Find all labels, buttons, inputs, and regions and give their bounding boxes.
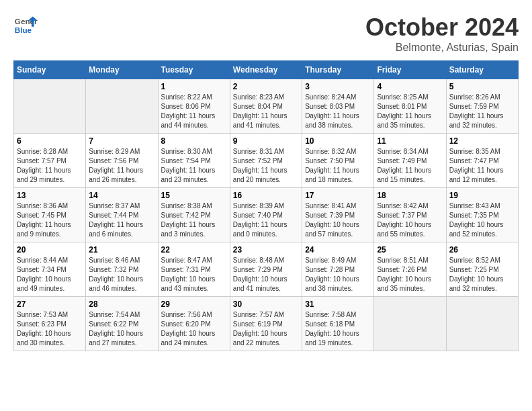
day-info: Sunrise: 8:31 AM Sunset: 7:52 PM Dayligh… [233, 147, 299, 185]
day-number: 16 [233, 191, 299, 200]
calendar-table: SundayMondayTuesdayWednesdayThursdayFrid… [13, 60, 519, 351]
calendar-cell: 23Sunrise: 8:48 AM Sunset: 7:29 PM Dayli… [230, 242, 302, 297]
day-number: 6 [17, 136, 83, 146]
day-info: Sunrise: 8:38 AM Sunset: 7:42 PM Dayligh… [161, 201, 227, 239]
day-number: 18 [377, 191, 443, 200]
day-number: 1 [161, 82, 227, 91]
day-number: 8 [161, 136, 227, 146]
calendar-cell: 17Sunrise: 8:41 AM Sunset: 7:39 PM Dayli… [302, 188, 374, 242]
calendar-cell: 8Sunrise: 8:30 AM Sunset: 7:54 PM Daylig… [158, 134, 230, 188]
day-info: Sunrise: 8:47 AM Sunset: 7:31 PM Dayligh… [161, 256, 227, 293]
day-number: 5 [449, 82, 515, 91]
day-info: Sunrise: 8:48 AM Sunset: 7:29 PM Dayligh… [233, 256, 299, 293]
calendar-cell: 26Sunrise: 8:52 AM Sunset: 7:25 PM Dayli… [446, 242, 518, 297]
calendar-cell: 21Sunrise: 8:46 AM Sunset: 7:32 PM Dayli… [86, 242, 158, 297]
calendar-cell: 28Sunrise: 7:54 AM Sunset: 6:22 PM Dayli… [86, 297, 158, 351]
day-number: 17 [305, 191, 371, 200]
day-info: Sunrise: 8:44 AM Sunset: 7:34 PM Dayligh… [17, 256, 83, 293]
calendar-cell: 18Sunrise: 8:42 AM Sunset: 7:37 PM Dayli… [374, 188, 446, 242]
day-info: Sunrise: 8:36 AM Sunset: 7:45 PM Dayligh… [17, 201, 83, 239]
svg-text:Blue: Blue [15, 26, 32, 34]
week-row-0: 1Sunrise: 8:22 AM Sunset: 8:06 PM Daylig… [14, 79, 519, 134]
day-number: 23 [233, 245, 299, 255]
day-number: 10 [305, 136, 371, 146]
day-info: Sunrise: 8:51 AM Sunset: 7:26 PM Dayligh… [377, 256, 443, 293]
calendar-cell: 25Sunrise: 8:51 AM Sunset: 7:26 PM Dayli… [374, 242, 446, 297]
day-info: Sunrise: 8:46 AM Sunset: 7:32 PM Dayligh… [89, 256, 154, 293]
week-row-4: 27Sunrise: 7:53 AM Sunset: 6:23 PM Dayli… [14, 297, 519, 351]
day-number: 12 [449, 136, 515, 146]
calendar-cell: 22Sunrise: 8:47 AM Sunset: 7:31 PM Dayli… [158, 242, 230, 297]
day-number: 31 [305, 300, 371, 309]
day-header-saturday: Saturday [446, 61, 518, 79]
day-info: Sunrise: 8:35 AM Sunset: 7:47 PM Dayligh… [449, 147, 515, 185]
day-number: 27 [17, 300, 83, 309]
day-info: Sunrise: 8:26 AM Sunset: 7:59 PM Dayligh… [449, 93, 515, 130]
calendar-cell: 14Sunrise: 8:37 AM Sunset: 7:44 PM Dayli… [86, 188, 158, 242]
day-info: Sunrise: 8:52 AM Sunset: 7:25 PM Dayligh… [449, 256, 515, 293]
calendar-cell [374, 297, 446, 351]
calendar-cell: 6Sunrise: 8:28 AM Sunset: 7:57 PM Daylig… [14, 134, 86, 188]
day-number: 7 [89, 136, 154, 146]
calendar-cell: 24Sunrise: 8:49 AM Sunset: 7:28 PM Dayli… [302, 242, 374, 297]
day-info: Sunrise: 8:23 AM Sunset: 8:04 PM Dayligh… [233, 93, 299, 130]
header-row: SundayMondayTuesdayWednesdayThursdayFrid… [14, 61, 519, 79]
calendar-cell: 4Sunrise: 8:25 AM Sunset: 8:01 PM Daylig… [374, 79, 446, 134]
day-number: 15 [161, 191, 227, 200]
day-number: 11 [377, 136, 443, 146]
day-number: 28 [89, 300, 154, 309]
day-header-thursday: Thursday [302, 61, 374, 79]
day-info: Sunrise: 8:34 AM Sunset: 7:49 PM Dayligh… [377, 147, 443, 185]
day-number: 2 [233, 82, 299, 91]
day-number: 26 [449, 245, 515, 255]
day-number: 20 [17, 245, 83, 255]
day-number: 4 [377, 82, 443, 91]
day-header-friday: Friday [374, 61, 446, 79]
calendar-cell: 31Sunrise: 7:58 AM Sunset: 6:18 PM Dayli… [302, 297, 374, 351]
day-number: 14 [89, 191, 154, 200]
day-info: Sunrise: 7:56 AM Sunset: 6:20 PM Dayligh… [161, 310, 227, 348]
day-number: 19 [449, 191, 515, 200]
day-info: Sunrise: 8:37 AM Sunset: 7:44 PM Dayligh… [89, 201, 154, 239]
day-info: Sunrise: 8:25 AM Sunset: 8:01 PM Dayligh… [377, 93, 443, 130]
day-info: Sunrise: 7:58 AM Sunset: 6:18 PM Dayligh… [305, 310, 371, 348]
calendar-cell: 9Sunrise: 8:31 AM Sunset: 7:52 PM Daylig… [230, 134, 302, 188]
day-info: Sunrise: 7:53 AM Sunset: 6:23 PM Dayligh… [17, 310, 83, 348]
day-header-monday: Monday [86, 61, 158, 79]
calendar-cell: 12Sunrise: 8:35 AM Sunset: 7:47 PM Dayli… [446, 134, 518, 188]
day-number: 29 [161, 300, 227, 309]
day-info: Sunrise: 8:28 AM Sunset: 7:57 PM Dayligh… [17, 147, 83, 185]
day-info: Sunrise: 8:43 AM Sunset: 7:35 PM Dayligh… [449, 201, 515, 239]
day-number: 24 [305, 245, 371, 255]
day-header-sunday: Sunday [14, 61, 86, 79]
day-info: Sunrise: 8:41 AM Sunset: 7:39 PM Dayligh… [305, 201, 371, 239]
day-info: Sunrise: 7:57 AM Sunset: 6:19 PM Dayligh… [233, 310, 299, 348]
week-row-1: 6Sunrise: 8:28 AM Sunset: 7:57 PM Daylig… [14, 134, 519, 188]
day-info: Sunrise: 8:30 AM Sunset: 7:54 PM Dayligh… [161, 147, 227, 185]
calendar-cell: 29Sunrise: 7:56 AM Sunset: 6:20 PM Dayli… [158, 297, 230, 351]
calendar-cell [14, 79, 86, 134]
calendar-cell: 20Sunrise: 8:44 AM Sunset: 7:34 PM Dayli… [14, 242, 86, 297]
day-number: 9 [233, 136, 299, 146]
day-info: Sunrise: 7:54 AM Sunset: 6:22 PM Dayligh… [89, 310, 154, 348]
calendar-cell: 30Sunrise: 7:57 AM Sunset: 6:19 PM Dayli… [230, 297, 302, 351]
calendar-cell [86, 79, 158, 134]
day-number: 25 [377, 245, 443, 255]
day-header-tuesday: Tuesday [158, 61, 230, 79]
day-info: Sunrise: 8:42 AM Sunset: 7:37 PM Dayligh… [377, 201, 443, 239]
calendar-cell: 11Sunrise: 8:34 AM Sunset: 7:49 PM Dayli… [374, 134, 446, 188]
day-info: Sunrise: 8:22 AM Sunset: 8:06 PM Dayligh… [161, 93, 227, 130]
day-number: 21 [89, 245, 154, 255]
day-number: 30 [233, 300, 299, 309]
page-header: General Blue October 2024 Belmonte, Astu… [13, 13, 519, 54]
day-info: Sunrise: 8:39 AM Sunset: 7:40 PM Dayligh… [233, 201, 299, 239]
calendar-cell: 10Sunrise: 8:32 AM Sunset: 7:50 PM Dayli… [302, 134, 374, 188]
calendar-cell: 5Sunrise: 8:26 AM Sunset: 7:59 PM Daylig… [446, 79, 518, 134]
calendar-cell: 13Sunrise: 8:36 AM Sunset: 7:45 PM Dayli… [14, 188, 86, 242]
calendar-cell: 19Sunrise: 8:43 AM Sunset: 7:35 PM Dayli… [446, 188, 518, 242]
title-block: October 2024 Belmonte, Asturias, Spain [365, 13, 519, 54]
day-number: 13 [17, 191, 83, 200]
calendar-cell: 15Sunrise: 8:38 AM Sunset: 7:42 PM Dayli… [158, 188, 230, 242]
calendar-cell: 27Sunrise: 7:53 AM Sunset: 6:23 PM Dayli… [14, 297, 86, 351]
day-info: Sunrise: 8:49 AM Sunset: 7:28 PM Dayligh… [305, 256, 371, 293]
